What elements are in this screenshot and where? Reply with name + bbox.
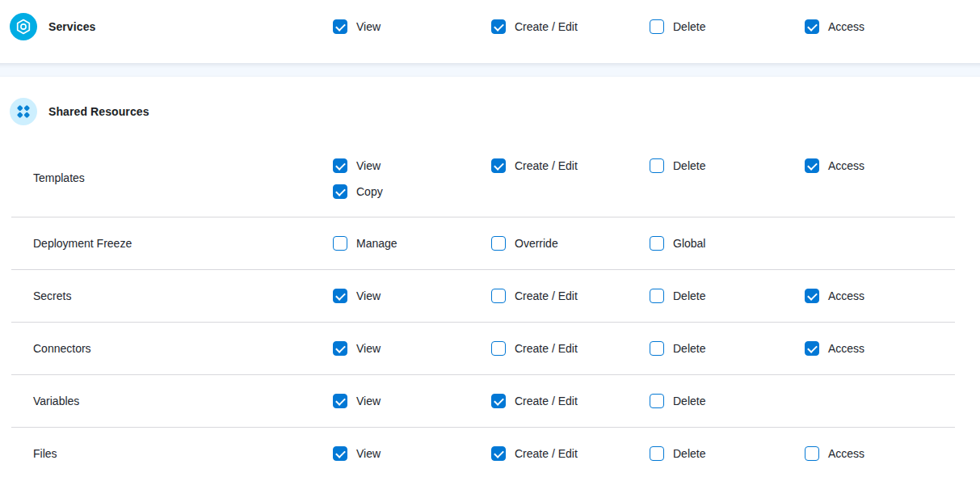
templates-copy-checkbox[interactable]: Copy	[333, 184, 383, 199]
checkbox-icon[interactable]	[805, 341, 819, 356]
checkbox-label: Access	[828, 342, 864, 355]
connectors-create-edit-checkbox[interactable]: Create / Edit	[491, 341, 578, 356]
checkbox-label: View	[356, 159, 381, 172]
files-view-checkbox[interactable]: View	[333, 446, 381, 461]
checkbox-label: Delete	[673, 289, 705, 302]
variables-delete-checkbox[interactable]: Delete	[650, 394, 705, 408]
checkbox-icon[interactable]	[650, 341, 664, 356]
permissions-page: Services View Create / Edit Delete	[0, 0, 980, 477]
checkbox-icon[interactable]	[333, 289, 347, 303]
checkbox-label: View	[356, 289, 381, 302]
checkbox-label: View	[356, 20, 381, 33]
checkbox-icon[interactable]	[805, 446, 819, 461]
checkbox-icon[interactable]	[491, 158, 506, 173]
services-access-checkbox[interactable]: Access	[805, 19, 864, 34]
checkbox-icon[interactable]	[491, 394, 506, 408]
files-delete-checkbox[interactable]: Delete	[650, 446, 705, 461]
checkbox-icon[interactable]	[650, 236, 664, 251]
connectors-access-checkbox[interactable]: Access	[805, 341, 864, 356]
templates-create-edit-checkbox[interactable]: Create / Edit	[491, 158, 578, 173]
checkbox-label: Access	[828, 447, 864, 460]
templates-view-checkbox[interactable]: View	[333, 158, 383, 173]
checkbox-icon[interactable]	[491, 236, 506, 251]
row-divider	[11, 322, 955, 323]
checkbox-label: Global	[673, 237, 705, 250]
freeze-global-checkbox[interactable]: Global	[650, 236, 705, 251]
row-divider	[11, 374, 955, 375]
checkbox-icon[interactable]	[333, 236, 347, 251]
checkbox-label: Create / Edit	[515, 159, 578, 172]
checkbox-icon[interactable]	[650, 394, 664, 408]
checkbox-icon[interactable]	[491, 341, 506, 356]
services-permissions-row: View Create / Edit Delete Access	[0, 0, 980, 53]
checkbox-icon[interactable]	[333, 158, 347, 173]
checkbox-label: Delete	[673, 342, 705, 355]
checkbox-label: Override	[515, 237, 558, 250]
checkbox-icon[interactable]	[805, 19, 819, 34]
secrets-access-checkbox[interactable]: Access	[805, 289, 864, 303]
checkbox-label: Access	[828, 159, 864, 172]
checkbox-icon[interactable]	[650, 158, 664, 173]
freeze-manage-checkbox[interactable]: Manage	[333, 236, 397, 251]
checkbox-label: Copy	[356, 185, 383, 198]
row-secrets: Secrets View Create / Edit Delete	[0, 270, 980, 322]
row-templates: Templates View Copy Create / Edit	[0, 139, 980, 217]
checkbox-icon[interactable]	[491, 289, 506, 303]
variables-create-edit-checkbox[interactable]: Create / Edit	[491, 394, 578, 408]
checkbox-label: Create / Edit	[515, 20, 578, 33]
resource-label-secrets: Secrets	[33, 289, 71, 302]
checkbox-label: Delete	[673, 20, 705, 33]
checkbox-label: Create / Edit	[515, 447, 578, 460]
shared-resources-icon	[10, 98, 37, 125]
checkbox-icon[interactable]	[650, 446, 664, 461]
row-divider	[11, 217, 955, 217]
resource-label-connectors: Connectors	[33, 342, 91, 355]
resource-label-files: Files	[33, 447, 57, 460]
checkbox-icon[interactable]	[491, 446, 506, 461]
files-access-checkbox[interactable]: Access	[805, 446, 864, 461]
checkbox-icon[interactable]	[333, 446, 347, 461]
section-title-shared-resources: Shared Resources	[48, 105, 149, 118]
services-delete-checkbox[interactable]: Delete	[650, 19, 705, 34]
secrets-view-checkbox[interactable]: View	[333, 289, 381, 303]
checkbox-label: View	[356, 447, 381, 460]
row-connectors: Connectors View Create / Edit Delete	[0, 323, 980, 374]
variables-view-checkbox[interactable]: View	[333, 394, 381, 408]
connectors-view-checkbox[interactable]: View	[333, 341, 381, 356]
row-variables: Variables View Create / Edit Delete	[0, 375, 980, 427]
shared-resources-section-header: Shared Resources	[0, 91, 980, 133]
checkbox-icon[interactable]	[805, 158, 819, 173]
checkbox-icon[interactable]	[650, 289, 664, 303]
checkbox-icon[interactable]	[333, 394, 347, 408]
checkbox-label: Access	[828, 20, 864, 33]
secrets-create-edit-checkbox[interactable]: Create / Edit	[491, 289, 578, 303]
freeze-override-checkbox[interactable]: Override	[491, 236, 558, 251]
files-create-edit-checkbox[interactable]: Create / Edit	[491, 446, 578, 461]
row-divider	[11, 427, 955, 428]
connectors-delete-checkbox[interactable]: Delete	[650, 341, 705, 356]
row-files: Files View Create / Edit Delete	[0, 428, 980, 477]
resource-label-templates: Templates	[33, 171, 85, 184]
checkbox-label: View	[356, 395, 381, 407]
checkbox-icon[interactable]	[333, 341, 347, 356]
checkbox-label: Delete	[673, 447, 705, 460]
resource-label-variables: Variables	[33, 395, 79, 407]
services-view-checkbox[interactable]: View	[333, 19, 381, 34]
services-create-edit-checkbox[interactable]: Create / Edit	[491, 19, 578, 34]
checkbox-label: Create / Edit	[515, 395, 578, 407]
checkbox-icon[interactable]	[333, 19, 347, 34]
checkbox-icon[interactable]	[333, 184, 347, 199]
templates-access-checkbox[interactable]: Access	[805, 158, 864, 173]
secrets-delete-checkbox[interactable]: Delete	[650, 289, 705, 303]
checkbox-label: Delete	[673, 159, 705, 172]
checkbox-label: Access	[828, 289, 864, 302]
templates-delete-checkbox[interactable]: Delete	[650, 158, 705, 173]
row-deployment-freeze: Deployment Freeze Manage Override Global	[0, 217, 980, 269]
row-divider	[11, 269, 955, 270]
checkbox-label: Create / Edit	[515, 289, 578, 302]
checkbox-icon[interactable]	[805, 289, 819, 303]
checkbox-icon[interactable]	[491, 19, 506, 34]
checkbox-icon[interactable]	[650, 19, 664, 34]
resource-label-deployment-freeze: Deployment Freeze	[33, 237, 132, 250]
checkbox-label: View	[356, 342, 381, 355]
